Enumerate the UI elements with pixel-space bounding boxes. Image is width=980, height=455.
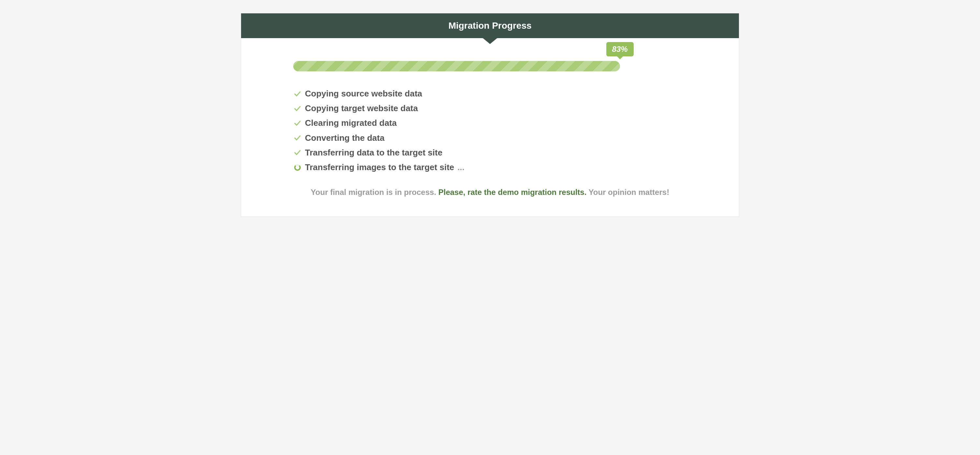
check-icon [293, 148, 302, 157]
check-icon [293, 134, 302, 142]
step-label: Transferring images to the target site [305, 162, 454, 172]
step-label: Copying source website data [305, 89, 422, 99]
progress-percent-badge: 83% [606, 42, 634, 56]
progress-bar-fill [293, 61, 620, 72]
card-header: Migration Progress [241, 13, 739, 38]
step-item: Transferring data to the target site [293, 145, 687, 160]
card-body: 83% Copying source website dataCopying t… [241, 38, 739, 216]
check-icon [293, 104, 302, 113]
step-item: Transferring images to the target site..… [293, 160, 687, 175]
step-item: Converting the data [293, 131, 687, 145]
rate-demo-link[interactable]: Please, rate the demo migration results. [439, 188, 587, 197]
step-label: Converting the data [305, 133, 385, 143]
migration-progress-card: Migration Progress 83% Copying source we… [241, 13, 739, 217]
caret-down-icon [483, 38, 497, 44]
step-item: Copying source website data [293, 86, 687, 101]
footer-note: Your final migration is in process. Plea… [293, 188, 687, 197]
steps-list: Copying source website dataCopying targe… [293, 86, 687, 175]
card-title: Migration Progress [448, 21, 531, 31]
step-label: Transferring data to the target site [305, 148, 442, 158]
footer-trail-text: Your opinion matters! [589, 188, 670, 197]
ellipsis-icon: ... [457, 162, 465, 172]
progress-track [293, 61, 687, 72]
check-icon [293, 119, 302, 127]
step-label: Copying target website data [305, 103, 418, 113]
check-icon [293, 90, 302, 98]
step-item: Clearing migrated data [293, 116, 687, 130]
spinner-icon [293, 163, 302, 172]
step-item: Copying target website data [293, 101, 687, 116]
progress-percent-text: 83% [612, 45, 628, 54]
step-label: Clearing migrated data [305, 118, 397, 128]
footer-lead-text: Your final migration is in process. [311, 188, 439, 197]
progress-section: 83% [293, 61, 687, 72]
